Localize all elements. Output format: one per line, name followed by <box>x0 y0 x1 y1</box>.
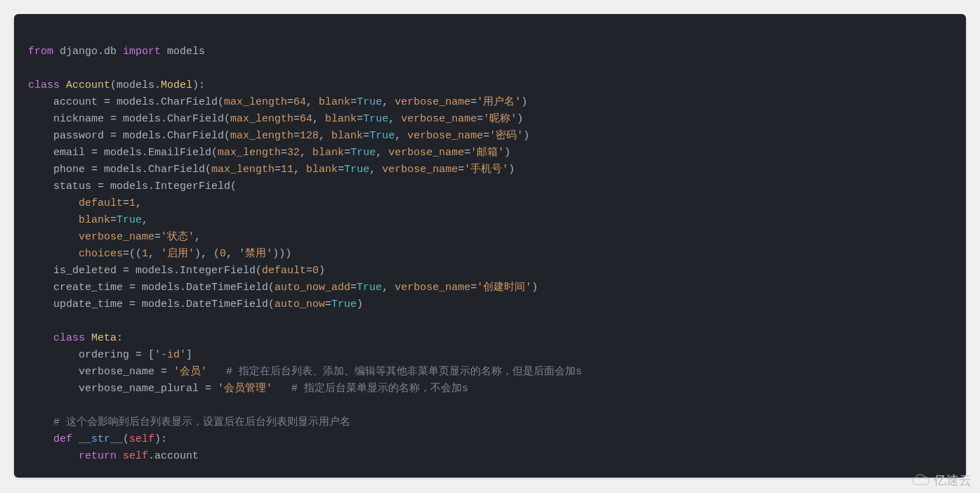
line-20: verbose_name = '会员' # 指定在后台列表、添加、编辑等其他非菜… <box>28 366 582 378</box>
line-10: default=1, <box>28 197 142 209</box>
line-1: from django.db import models <box>28 46 205 58</box>
line-6: password = models.CharField(max_length=1… <box>28 130 529 142</box>
line-13: choices=((1, '启用'), (0, '禁用'))) <box>28 248 291 260</box>
code-block: from django.db import models class Accou… <box>14 14 966 478</box>
line-8: phone = models.CharField(max_length=11, … <box>28 164 515 176</box>
line-14: is_deleted = models.IntegerField(default… <box>28 265 325 277</box>
line-3: class Account(models.Model): <box>28 79 205 91</box>
line-25: return self.account <box>28 450 199 462</box>
line-23: # 这个会影响到后台列表显示，设置后在后台列表则显示用户名 <box>28 416 350 428</box>
watermark-text: 亿速云 <box>934 472 972 489</box>
watermark: 亿速云 <box>911 472 972 489</box>
cloud-icon <box>911 474 931 487</box>
line-15: create_time = models.DateTimeField(auto_… <box>28 282 538 294</box>
line-24: def __str__(self): <box>28 433 167 445</box>
line-18: class Meta: <box>28 332 123 344</box>
line-7: email = models.EmailField(max_length=32,… <box>28 147 510 159</box>
line-9: status = models.IntegerField( <box>28 180 237 192</box>
line-5: nickname = models.CharField(max_length=6… <box>28 113 523 125</box>
line-12: verbose_name='状态', <box>28 231 201 243</box>
line-19: ordering = ['-id'] <box>28 349 192 361</box>
line-11: blank=True, <box>28 214 148 226</box>
line-21: verbose_name_plural = '会员管理' # 指定后台菜单显示的… <box>28 383 468 395</box>
line-16: update_time = models.DateTimeField(auto_… <box>28 298 363 310</box>
line-4: account = models.CharField(max_length=64… <box>28 96 527 108</box>
